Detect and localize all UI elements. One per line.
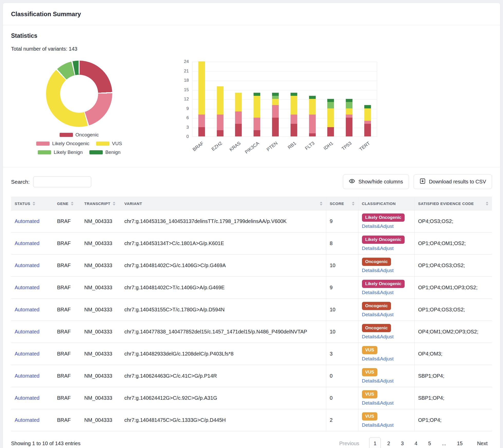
table-row: AutomatedBRAFNM_004333chr7:g.140453136_1… [11, 210, 492, 232]
legend-item: VUS [96, 141, 122, 146]
gene-cell: BRAF [53, 343, 81, 365]
show-hide-columns-button[interactable]: Show/hide columns [343, 174, 409, 189]
bar-slot [266, 62, 285, 136]
classification-badge: Likely Oncogenic [362, 236, 405, 244]
page-button-15[interactable]: 15 [453, 437, 467, 448]
sort-icon[interactable] [33, 202, 35, 206]
bar-segment [235, 111, 242, 124]
variant-cell: chr7:g.140624463G>C/c.41C>G/p.P14R [121, 365, 326, 387]
page-button-4[interactable]: 4 [410, 437, 422, 448]
table-row: AutomatedBRAFNM_004333chr7:g.140624412G>… [11, 387, 492, 409]
score-cell: 9 [326, 277, 358, 299]
x-axis-label: FLT3 [304, 141, 316, 151]
transcript-cell: NM_004333 [81, 365, 121, 387]
bar-segment [346, 102, 352, 108]
bar-segment [346, 118, 352, 136]
column-header-evidence[interactable]: Satisfied Evidence Code [414, 197, 492, 210]
details-adjust-link[interactable]: Details&Adjust [362, 378, 394, 384]
classification-badge: Oncogenic [362, 324, 391, 332]
sort-icon[interactable] [320, 202, 322, 206]
score-cell: 3 [326, 343, 358, 365]
status-link[interactable]: Automated [15, 417, 40, 423]
variant-cell: chr7:g.140477838_140477852del15/c.1457_1… [121, 321, 326, 343]
next-button[interactable]: Next [473, 437, 492, 448]
column-label: Score [330, 201, 344, 206]
gene-cell: BRAF [53, 210, 81, 232]
sort-icon[interactable] [352, 202, 355, 206]
column-label: Satisfied Evidence Code [418, 201, 474, 206]
score-cell: 8 [326, 232, 358, 255]
details-adjust-link[interactable]: Details&Adjust [362, 334, 394, 340]
sort-icon[interactable] [71, 202, 73, 206]
details-adjust-link[interactable]: Details&Adjust [362, 290, 394, 295]
column-header-variant[interactable]: Variant [121, 197, 326, 210]
bar-segment [217, 86, 223, 115]
bar-slot [285, 62, 303, 136]
sort-icon[interactable] [486, 202, 488, 206]
transcript-cell: NM_004333 [81, 409, 121, 431]
transcript-cell: NM_004333 [81, 232, 121, 255]
column-header-score[interactable]: Score [326, 197, 358, 210]
column-header-transcript[interactable]: Transcript [81, 197, 121, 210]
status-link[interactable]: Automated [15, 263, 40, 268]
status-link[interactable]: Automated [15, 218, 40, 224]
variant-cell: chr7:g.140482933delG/c.1208delC/p.P403Lf… [121, 343, 326, 365]
status-link[interactable]: Automated [15, 240, 40, 246]
details-adjust-link[interactable]: Details&Adjust [362, 356, 394, 362]
status-link[interactable]: Automated [15, 351, 40, 357]
transcript-cell: NM_004333 [81, 299, 121, 321]
sort-icon[interactable] [113, 202, 115, 206]
bar-segment [291, 93, 297, 96]
bar-segment [217, 115, 223, 130]
card-header: Classification Summary [3, 3, 500, 25]
status-link[interactable]: Automated [15, 395, 40, 401]
details-adjust-link[interactable]: Details&Adjust [362, 246, 394, 251]
column-header-gene[interactable]: Gene [53, 197, 81, 210]
evidence-cell: OP1;OP4;OM1;OS2; [414, 232, 492, 255]
status-link[interactable]: Automated [15, 285, 40, 290]
table-header-row: StatusGeneTranscriptVariantScoreClassifi… [11, 197, 492, 210]
bar-segment [327, 102, 334, 108]
variant-cell: chr7:g.140481475C>G/c.1333G>C/p.D445H [121, 409, 326, 431]
legend-label: Likely Benign [54, 150, 83, 155]
evidence-cell: OP4;OM3; [414, 343, 492, 365]
classification-cell: VUSDetails&Adjust [358, 365, 414, 387]
bar-segment [309, 99, 316, 115]
previous-button[interactable]: Previous [335, 437, 364, 448]
table-row: AutomatedBRAFNM_004333chr7:g.140481402C>… [11, 277, 492, 299]
x-axis-label: IDH1 [323, 141, 334, 151]
page-button-2[interactable]: 2 [383, 437, 394, 448]
classification-badge: Likely Oncogenic [362, 213, 405, 222]
column-header-status[interactable]: Status [11, 197, 53, 210]
column-header-classification: Classification [358, 197, 414, 210]
y-axis-tick: 6 [178, 115, 189, 120]
gene-cell: BRAF [53, 409, 81, 431]
status-cell: Automated [11, 365, 53, 387]
column-label: Classification [362, 201, 396, 206]
x-axis-label: PIK3CA [244, 141, 260, 155]
classification-cell: OncogenicDetails&Adjust [358, 321, 414, 343]
results-table-body: AutomatedBRAFNM_004333chr7:g.140453136_1… [11, 210, 492, 431]
classification-badge: VUS [362, 390, 378, 398]
details-adjust-link[interactable]: Details&Adjust [362, 422, 394, 428]
gene-cell: BRAF [53, 321, 81, 343]
details-adjust-link[interactable]: Details&Adjust [362, 400, 394, 406]
status-link[interactable]: Automated [15, 329, 40, 334]
download-csv-button[interactable]: Download results to CSV [414, 174, 492, 189]
details-adjust-link[interactable]: Details&Adjust [362, 312, 394, 318]
bar-chart: BRAFEZH2KRASPIK3CAPTENRB1FLT3IDH1TP53TER… [178, 62, 381, 159]
details-adjust-link[interactable]: Details&Adjust [362, 223, 394, 229]
page-button-1[interactable]: 1 [369, 437, 381, 448]
status-link[interactable]: Automated [15, 373, 40, 379]
classification-cell: OncogenicDetails&Adjust [358, 299, 414, 321]
donut-block: OncogenicLikely OncogenicVUSLikely Benig… [24, 61, 134, 155]
column-label: Gene [57, 201, 69, 206]
page-button-3[interactable]: 3 [397, 437, 408, 448]
status-link[interactable]: Automated [15, 307, 40, 312]
bar-segment [309, 133, 316, 136]
variant-cell: chr7:g.140481402C>T/c.1406G>A/p.G469E [121, 277, 326, 299]
search-input[interactable] [33, 176, 91, 187]
page-button-5[interactable]: 5 [424, 437, 435, 448]
table-wrap: StatusGeneTranscriptVariantScoreClassifi… [3, 195, 500, 431]
details-adjust-link[interactable]: Details&Adjust [362, 268, 394, 273]
